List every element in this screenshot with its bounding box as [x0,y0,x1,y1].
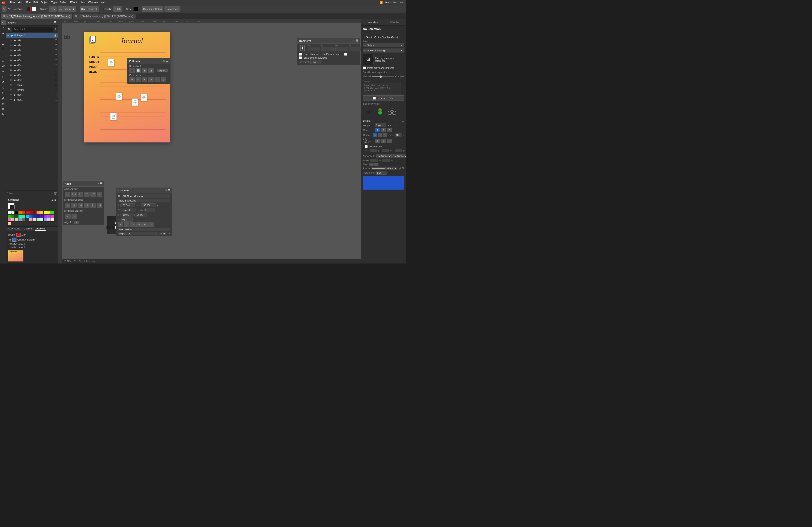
list-item[interactable]: 👁 ▶ <Gro... [6,58,58,63]
swatch-item[interactable] [15,211,18,214]
detail-slider-track[interactable] [372,76,394,77]
ref-pt-tr[interactable] [304,45,305,47]
eyedropper-tool[interactable]: 💉 [1,96,6,101]
zoom-tool[interactable]: 🔍 [1,112,6,117]
profile-flip-h[interactable]: ⇄ [399,167,401,170]
weight-arrow[interactable]: ▲▼ [387,124,392,126]
dist-center-h-btn[interactable]: |⊣| [71,203,77,208]
stroke-weight-input[interactable]: 1 px [49,6,57,12]
swatch-item[interactable] [51,215,54,218]
pencil-tool[interactable]: ✏ [1,69,6,74]
prompt-sparkle-icon[interactable]: ✦ [402,84,404,87]
character-close[interactable]: ✕ [165,189,167,192]
opacity-input[interactable]: 100% [113,6,122,12]
stroke-more-options[interactable]: ··· [394,123,396,127]
leading-input[interactable] [141,203,156,207]
swatch-item[interactable] [22,218,25,221]
swatch-item[interactable] [44,218,47,221]
cap-square-btn[interactable]: ⊓ [387,128,392,132]
join-miter-btn[interactable]: ⋀ [373,133,377,137]
swatch-item[interactable] [29,218,32,221]
list-item[interactable]: 👁 ▶ <Co... [6,97,58,102]
eye-icon[interactable]: 👁 [10,59,13,62]
crop-btn[interactable]: ⊡ [148,77,154,82]
increment-input[interactable] [310,60,320,64]
fill-color-swatch[interactable] [32,7,36,11]
font-size-input[interactable] [120,203,135,207]
stroke-color-swatch[interactable] [27,7,31,11]
list-item[interactable]: 👁 ▶ <Path> [6,88,58,92]
swatch-item[interactable] [26,211,29,214]
profile-dropdown[interactable]: Uniform ▼ [372,167,397,170]
stroke-profile-dropdown[interactable]: — Uniform ▼ [58,6,76,12]
scale-end-input[interactable] [382,159,390,162]
eye-icon[interactable]: 👁 [10,79,13,81]
increment-input-stroke[interactable] [376,171,387,175]
eye-icon[interactable]: 👁 [10,89,13,91]
expand-icon[interactable]: ▶ [11,34,13,37]
unite-btn[interactable]: ⬛ [129,68,135,73]
swatch-item[interactable] [33,211,36,214]
stroke-swatch-overlay[interactable] [10,205,15,209]
align-left-btn[interactable]: ⊣ [65,192,70,197]
ref-pt-mr[interactable] [304,47,305,49]
smallcaps-btn[interactable]: Tt [148,222,154,227]
expand-icon-sub[interactable]: ▶ [14,74,16,77]
add-layer-btn[interactable]: + [51,191,53,195]
h-scale-input[interactable] [122,213,133,217]
ref-pt-br[interactable] [304,49,305,51]
swatch-item[interactable] [11,218,14,221]
list-item[interactable]: 👁 ▶ It's a l... [6,82,58,88]
swatch-item[interactable] [33,218,36,221]
gap-input-1[interactable] [382,149,389,152]
list-item[interactable]: 👁 ▶ <Gro... [6,77,58,82]
swatch-item[interactable] [37,215,40,218]
eye-icon[interactable]: 👁 [10,49,13,51]
align-bottom-btn[interactable]: ⊥ [97,192,103,197]
ref-pt-tl[interactable] [300,45,301,47]
swatch-item[interactable] [8,218,11,221]
ref-pt-mc[interactable] [302,47,303,49]
expand-icon-sub[interactable]: ▶ [14,99,16,102]
swatch-item[interactable] [18,215,21,218]
detail-slider-thumb[interactable] [380,76,382,78]
layer-group-item[interactable]: 👁 ▶ Layer 1 🔓 [6,33,58,38]
menu-effect[interactable]: Effect [70,1,77,4]
sample-bike-icon[interactable] [387,106,397,116]
swatch-item[interactable] [8,211,11,214]
bold-btn[interactable]: B [118,222,124,227]
selection-tool[interactable]: ↖ [1,20,6,25]
list-item[interactable]: 👁 ▶ <Gro... [6,53,58,58]
ref-pt-bl[interactable] [300,49,301,51]
swatch-item[interactable] [18,218,21,221]
type-tool[interactable]: T [1,47,6,52]
tab-2[interactable]: ✕ bb24-slide-me-cta.svg @ 98.11 % (RGB/P… [73,14,135,19]
italic-btn[interactable]: I [124,222,129,227]
list-item[interactable]: 👁 ▶ <Gro... [6,43,58,48]
swatch-item[interactable] [51,211,54,214]
expand-icon-sub[interactable]: ▶ [14,49,16,52]
list-item[interactable]: 👁 ▶ <Gro... [6,38,58,43]
swatch-item[interactable] [47,211,50,214]
swatch-item[interactable] [29,211,32,214]
limit-close[interactable]: ✕ [402,134,404,136]
dist-left-btn[interactable]: |←| [65,203,70,208]
expand-icon-sub[interactable]: ▶ [14,54,16,57]
eye-icon[interactable]: 👁 [10,84,13,86]
swatch-item[interactable] [40,215,43,218]
dist-top-btn[interactable]: |↑| [84,203,90,208]
weight-input[interactable] [375,123,386,127]
line-tool[interactable]: \ [1,53,6,58]
profile-flip-v[interactable]: ⇅ [402,167,404,170]
expand-icon-sub[interactable]: ▶ [14,64,16,67]
minus-front-btn[interactable]: ⬜ [135,68,141,73]
menu-window[interactable]: Window [88,1,98,4]
scale-start-input[interactable] [370,159,378,162]
character-options[interactable]: ☰ [168,189,170,192]
selection-tool-btn[interactable]: ↖ [2,6,6,12]
swatch-item[interactable] [33,215,36,218]
ttv-expand-icon[interactable]: ▼ [363,36,365,39]
dist-right-btn[interactable]: |→| [77,203,83,208]
sample-bird-icon[interactable] [363,106,373,116]
styles-settings-dropdown[interactable]: ⚙ Styles & Settings ▼ [363,48,404,52]
